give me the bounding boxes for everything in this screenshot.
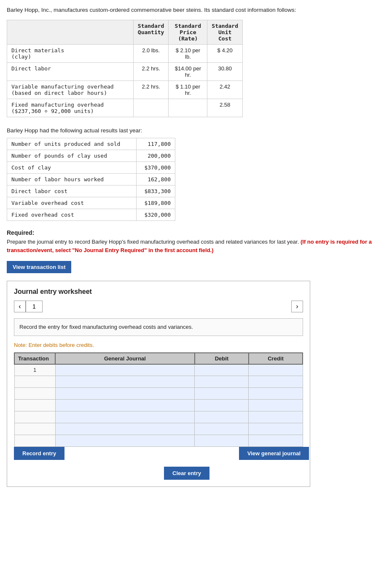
journal-transaction-cell <box>14 411 55 423</box>
actual-row-value: 162,800 <box>137 174 175 185</box>
journal-debit-cell[interactable] <box>195 388 249 400</box>
journal-col-debit: Debit <box>195 353 249 364</box>
journal-debit-input[interactable] <box>197 402 246 408</box>
std-row-unit-cost: 2.42 <box>207 81 243 99</box>
table-row <box>14 423 303 435</box>
actual-row-label: Direct labor cost <box>7 185 137 197</box>
std-row-price <box>169 99 207 117</box>
journal-debit-cell[interactable] <box>195 364 249 376</box>
journal-debit-cell[interactable] <box>195 400 249 411</box>
journal-account-input[interactable] <box>58 367 192 373</box>
required-description: Prepare the journal entry to record Barl… <box>7 238 385 254</box>
journal-debit-cell[interactable] <box>195 411 249 423</box>
record-entry-button[interactable]: Record entry <box>14 447 64 460</box>
col-header-price: StandardPrice(Rate) <box>169 20 207 45</box>
table-row <box>14 400 303 411</box>
journal-credit-input[interactable] <box>251 438 300 444</box>
page-prev-button[interactable]: ‹ <box>14 301 26 312</box>
journal-account-input[interactable] <box>58 390 192 397</box>
journal-debit-cell[interactable] <box>195 423 249 435</box>
col-header-quantity: StandardQuantity <box>133 20 169 45</box>
std-row-unit-cost: $ 4.20 <box>207 45 243 63</box>
journal-entry-worksheet: Journal entry worksheet ‹ › Record the e… <box>7 281 310 487</box>
std-row-label: Variable manufacturing overhead (based o… <box>7 81 134 99</box>
journal-debit-cell[interactable] <box>195 435 249 447</box>
col-header-item <box>7 20 134 45</box>
required-section: Required: Prepare the journal entry to r… <box>7 229 385 254</box>
journal-credit-cell[interactable] <box>249 411 303 423</box>
worksheet-title: Journal entry worksheet <box>14 288 303 296</box>
col-header-unit-cost: StandardUnitCost <box>207 20 243 45</box>
std-row-unit-cost: 2.58 <box>207 99 243 117</box>
journal-credit-input[interactable] <box>251 379 300 385</box>
journal-account-input[interactable] <box>58 402 192 408</box>
std-row-price: $14.00 per hr. <box>169 63 207 81</box>
journal-debit-input[interactable] <box>197 379 246 385</box>
journal-credit-cell[interactable] <box>249 376 303 388</box>
pagination-row: ‹ › <box>14 301 303 312</box>
std-row-quantity <box>133 99 169 117</box>
actual-row-label: Fixed overhead cost <box>7 209 137 221</box>
actual-results-table: Number of units produced and sold 117,80… <box>7 138 175 221</box>
actual-row-value: 200,000 <box>137 150 175 162</box>
journal-debit-input[interactable] <box>197 438 246 444</box>
journal-debit-input[interactable] <box>197 426 246 432</box>
actual-row-value: $370,000 <box>137 162 175 174</box>
journal-account-cell[interactable] <box>55 435 195 447</box>
required-title: Required: <box>7 229 385 236</box>
table-row <box>14 388 303 400</box>
journal-debit-cell[interactable] <box>195 376 249 388</box>
journal-account-input[interactable] <box>58 379 192 385</box>
page-next-button[interactable]: › <box>291 301 303 312</box>
intro-text: Barley Hopp, Inc., manufactures custom-o… <box>7 7 385 13</box>
clear-entry-button[interactable]: Clear entry <box>164 467 209 480</box>
journal-credit-cell[interactable] <box>249 400 303 411</box>
journal-account-input[interactable] <box>58 426 192 432</box>
journal-transaction-cell <box>14 376 55 388</box>
journal-account-cell[interactable] <box>55 423 195 435</box>
std-row-quantity: 2.2 hrs. <box>133 63 169 81</box>
journal-transaction-cell <box>14 423 55 435</box>
journal-credit-cell[interactable] <box>249 435 303 447</box>
journal-transaction-cell: 1 <box>14 364 55 376</box>
journal-credit-cell[interactable] <box>249 388 303 400</box>
std-row-quantity: 2.0 lbs. <box>133 45 169 63</box>
journal-account-input[interactable] <box>58 414 192 420</box>
actual-row-value: 117,800 <box>137 138 175 150</box>
journal-account-cell[interactable] <box>55 400 195 411</box>
journal-credit-input[interactable] <box>251 402 300 408</box>
std-row-price: $ 2.10 per lb. <box>169 45 207 63</box>
page-number-input[interactable] <box>26 301 43 312</box>
view-transaction-list-button[interactable]: View transaction list <box>7 261 71 273</box>
actual-row-label: Number of pounds of clay used <box>7 150 137 162</box>
journal-debit-input[interactable] <box>197 367 246 373</box>
journal-account-cell[interactable] <box>55 388 195 400</box>
journal-credit-input[interactable] <box>251 367 300 373</box>
entry-description: Record the entry for fixed manufacturing… <box>14 318 303 336</box>
actual-row-value: $320,000 <box>137 209 175 221</box>
standard-cost-table: StandardQuantity StandardPrice(Rate) Sta… <box>7 20 243 117</box>
actual-section-label: Barley Hopp had the following actual res… <box>7 127 385 134</box>
journal-credit-cell[interactable] <box>249 423 303 435</box>
table-row <box>14 376 303 388</box>
journal-account-input[interactable] <box>58 438 192 444</box>
table-row <box>14 411 303 423</box>
actual-row-label: Variable overhead cost <box>7 197 137 209</box>
journal-credit-cell[interactable] <box>249 364 303 376</box>
journal-debit-input[interactable] <box>197 390 246 397</box>
bottom-buttons-row1: Record entry View general journal <box>14 447 309 460</box>
journal-account-cell[interactable] <box>55 376 195 388</box>
std-row-quantity: 2.2 hrs. <box>133 81 169 99</box>
table-row: 1 <box>14 364 303 376</box>
view-general-journal-button[interactable]: View general journal <box>239 447 309 460</box>
journal-account-cell[interactable] <box>55 364 195 376</box>
journal-credit-input[interactable] <box>251 390 300 397</box>
journal-account-cell[interactable] <box>55 411 195 423</box>
journal-credit-input[interactable] <box>251 426 300 432</box>
std-row-label: Fixed manufacturing overhead ($237,360 ÷… <box>7 99 134 117</box>
journal-credit-input[interactable] <box>251 414 300 420</box>
note-text: Note: Enter debits before credits. <box>14 342 303 348</box>
std-row-unit-cost: 30.80 <box>207 63 243 81</box>
journal-debit-input[interactable] <box>197 414 246 420</box>
std-row-label: Direct labor <box>7 63 134 81</box>
